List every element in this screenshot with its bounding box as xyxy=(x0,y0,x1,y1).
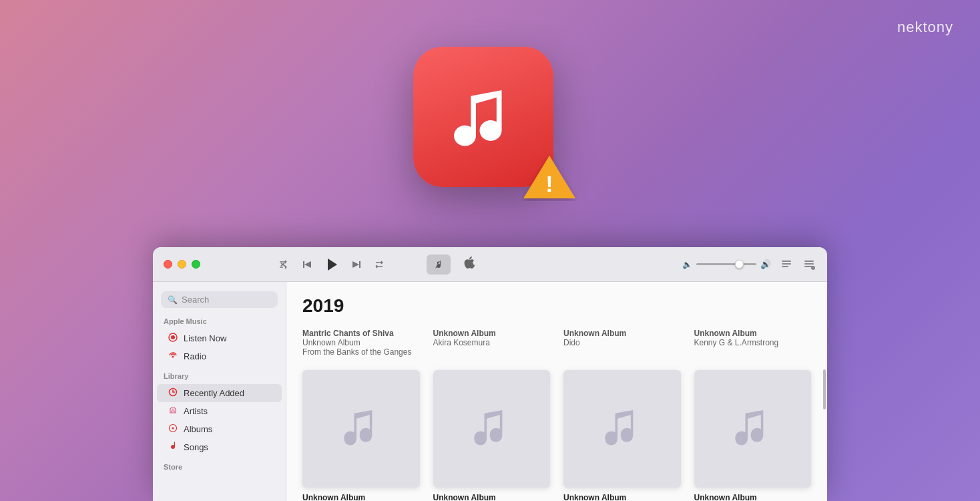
volume-thumb[interactable] xyxy=(735,260,744,269)
partial-album-3[interactable]: Unknown Album Kenny G & L.Armstrong xyxy=(694,329,812,357)
artists-icon xyxy=(168,405,178,417)
svg-marker-6 xyxy=(352,261,359,268)
partial-album-2-title: Unknown Album xyxy=(563,329,681,338)
nektony-watermark: nektony xyxy=(897,19,953,36)
radio-icon xyxy=(168,351,178,362)
lyrics-button[interactable] xyxy=(779,257,794,272)
window-content: 🔍 Search Apple Music Listen Now xyxy=(153,282,827,501)
volume-min-icon: 🔈 xyxy=(682,260,692,269)
svg-marker-5 xyxy=(359,261,360,268)
partial-album-3-title: Unknown Album xyxy=(694,329,812,338)
warning-badge: ! xyxy=(522,153,577,204)
partial-album-2-artist: Dido xyxy=(563,338,681,347)
sidebar-item-listen-now[interactable]: Listen Now xyxy=(157,329,282,347)
queue-button[interactable] xyxy=(802,257,816,272)
svg-point-15 xyxy=(171,335,175,339)
album-3-title: Unknown Album xyxy=(694,493,812,502)
svg-point-13 xyxy=(811,266,815,270)
minimize-button[interactable] xyxy=(178,260,186,269)
partial-album-0-subtitle: Mantric Chants of Shiva xyxy=(302,329,420,338)
apple-music-section-label: Apple Music xyxy=(153,317,286,329)
svg-rect-11 xyxy=(804,263,814,265)
partial-album-0[interactable]: Mantric Chants of Shiva Unknown Album Fr… xyxy=(302,329,420,357)
store-section-label: Store xyxy=(153,463,286,475)
albums-icon xyxy=(168,424,178,435)
listen-now-label: Listen Now xyxy=(184,333,226,343)
right-controls: 🔈 🔊 xyxy=(682,257,816,272)
svg-marker-4 xyxy=(328,259,337,271)
svg-rect-7 xyxy=(782,261,791,262)
svg-rect-10 xyxy=(804,261,814,262)
partial-album-2[interactable]: Unknown Album Dido xyxy=(563,329,681,357)
radio-label: Radio xyxy=(184,351,206,361)
title-bar: 🔈 🔊 xyxy=(153,247,827,282)
volume-control: 🔈 🔊 xyxy=(682,259,771,269)
play-button[interactable] xyxy=(323,256,340,273)
sidebar-item-artists[interactable]: Artists xyxy=(157,402,282,420)
album-grid: Unknown Album Library Tapes Unknown Albu… xyxy=(302,370,811,501)
svg-point-16 xyxy=(172,356,174,358)
partial-album-3-artist: Kenny G & L.Armstrong xyxy=(694,338,812,347)
album-art-3 xyxy=(694,370,812,488)
previous-button[interactable] xyxy=(300,259,314,271)
album-placeholder-icon-2 xyxy=(599,405,646,452)
album-1-title: Unknown Album xyxy=(433,493,551,502)
listen-now-icon xyxy=(168,333,178,344)
album-item-3[interactable]: Unknown Album Oskar Schuster xyxy=(694,370,812,501)
album-art-1 xyxy=(433,370,551,488)
album-item-1[interactable]: Unknown Album Michael Jackson xyxy=(433,370,551,501)
repeat-button[interactable] xyxy=(373,259,386,271)
svg-marker-3 xyxy=(304,261,311,268)
search-icon: 🔍 xyxy=(168,295,178,305)
scrollbar-track[interactable] xyxy=(822,282,827,501)
svg-text:!: ! xyxy=(545,171,553,196)
album-2-title: Unknown Album xyxy=(563,493,681,502)
year-title: 2019 xyxy=(302,295,811,317)
svg-rect-9 xyxy=(782,266,788,267)
sidebar-item-albums[interactable]: Albums xyxy=(157,420,282,438)
recently-added-label: Recently Added xyxy=(184,388,244,398)
volume-track[interactable] xyxy=(696,263,756,265)
apple-logo xyxy=(464,257,475,272)
svg-marker-2 xyxy=(303,261,304,268)
album-0-title: Unknown Album xyxy=(302,493,420,502)
traffic-lights xyxy=(164,260,200,269)
main-content: 2019 Mantric Chants of Shiva Unknown Alb… xyxy=(286,282,827,501)
songs-label: Songs xyxy=(184,442,208,452)
shuffle-button[interactable] xyxy=(278,259,291,271)
svg-rect-8 xyxy=(782,263,791,265)
partial-album-0-title: Unknown Album xyxy=(302,338,420,347)
center-controls xyxy=(427,255,480,275)
album-art-0 xyxy=(302,370,420,488)
music-note-icon xyxy=(447,83,520,156)
playback-controls xyxy=(278,256,386,273)
volume-max-icon: 🔊 xyxy=(760,259,771,269)
album-item-0[interactable]: Unknown Album Library Tapes xyxy=(302,370,420,501)
search-placeholder: Search xyxy=(182,295,209,305)
sidebar-item-songs[interactable]: Songs xyxy=(157,438,282,456)
search-bar[interactable]: 🔍 Search xyxy=(161,291,278,308)
recently-added-icon xyxy=(168,387,178,399)
maximize-button[interactable] xyxy=(192,260,200,269)
sidebar-item-recently-added[interactable]: Recently Added xyxy=(157,384,282,402)
partial-album-1-artist: Akira Kosemura xyxy=(433,338,551,347)
app-icon-container: ! xyxy=(413,47,567,200)
albums-label: Albums xyxy=(184,424,212,434)
album-art-2 xyxy=(563,370,681,488)
next-button[interactable] xyxy=(350,259,363,271)
album-placeholder-icon-3 xyxy=(729,405,776,452)
svg-point-18 xyxy=(172,409,174,410)
music-window: 🔈 🔊 xyxy=(153,247,827,501)
close-button[interactable] xyxy=(164,260,172,269)
songs-icon xyxy=(168,442,178,453)
sidebar: 🔍 Search Apple Music Listen Now xyxy=(153,282,286,501)
artists-label: Artists xyxy=(184,406,208,416)
sidebar-item-radio[interactable]: Radio xyxy=(157,347,282,365)
album-item-2[interactable]: Unknown Album Moby xyxy=(563,370,681,501)
partial-album-0-extra: From the Banks of the Ganges xyxy=(302,347,420,357)
scrollbar-thumb[interactable] xyxy=(823,369,826,409)
partial-albums-row: Mantric Chants of Shiva Unknown Album Fr… xyxy=(302,329,811,357)
svg-point-20 xyxy=(172,428,174,430)
music-tab-button[interactable] xyxy=(427,255,451,275)
partial-album-1[interactable]: Unknown Album Akira Kosemura xyxy=(433,329,551,357)
